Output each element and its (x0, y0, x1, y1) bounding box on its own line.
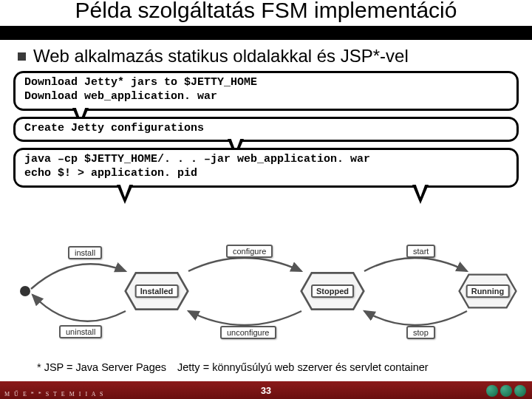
state-installed-label: Installed (135, 284, 179, 298)
svg-point-0 (20, 286, 30, 296)
footer-bar: M Ű E * * S T E M I I A S 33 (0, 381, 532, 399)
footnote-jsp: * JSP = Java Server Pages (37, 361, 166, 373)
state-stopped-label: Stopped (311, 284, 354, 298)
footnote-jetty: Jetty = könnyűsúlyú web szerver és servl… (177, 361, 429, 373)
state-running: Running (458, 269, 517, 313)
footer-right-logos (486, 385, 526, 397)
transition-configure: configure (226, 245, 273, 258)
state-installed: Installed (124, 269, 189, 313)
bullet-line: Web alkalmazás statikus oldalakkal és JS… (0, 40, 532, 71)
bullet-text: Web alkalmazás statikus oldalakkal és JS… (33, 46, 409, 66)
speech-bubble-area: Download Jetty* jars to $JETTY_HOME Down… (0, 71, 532, 188)
transition-start: start (406, 245, 435, 258)
slide-title: Példa szolgáltatás FSM implementáció (0, 0, 532, 26)
title-band: Példa szolgáltatás FSM implementáció (0, 0, 532, 40)
transition-unconfigure: unconfigure (220, 326, 276, 339)
transition-install: install (68, 246, 102, 259)
bubble-tail-inner-icon (415, 183, 426, 197)
bubble-run: java –cp $JETTY_HOME/. . . –jar web_appl… (13, 148, 519, 188)
state-running-label: Running (466, 284, 510, 298)
badge-icon (514, 385, 526, 397)
badge-icon (500, 385, 512, 397)
transition-stop: stop (406, 326, 435, 339)
bubble-configure: Create Jetty configurations (13, 117, 519, 143)
badge-icon (486, 385, 498, 397)
bullet-square-icon (18, 52, 26, 61)
bubble-download: Download Jetty* jars to $JETTY_HOME Down… (13, 71, 519, 111)
bubble-download-text: Download Jetty* jars to $JETTY_HOME Down… (16, 73, 516, 109)
fsm-diagram: Installed Stopped Running install uninst… (0, 236, 532, 347)
state-stopped: Stopped (300, 269, 365, 313)
bubble-configure-text: Create Jetty configurations (16, 119, 516, 140)
transition-uninstall: uninstall (59, 325, 102, 338)
bubble-run-text: java –cp $JETTY_HOME/. . . –jar web_appl… (16, 150, 516, 185)
page-number: 33 (0, 386, 532, 396)
bubble-tail-inner-icon (120, 183, 130, 197)
